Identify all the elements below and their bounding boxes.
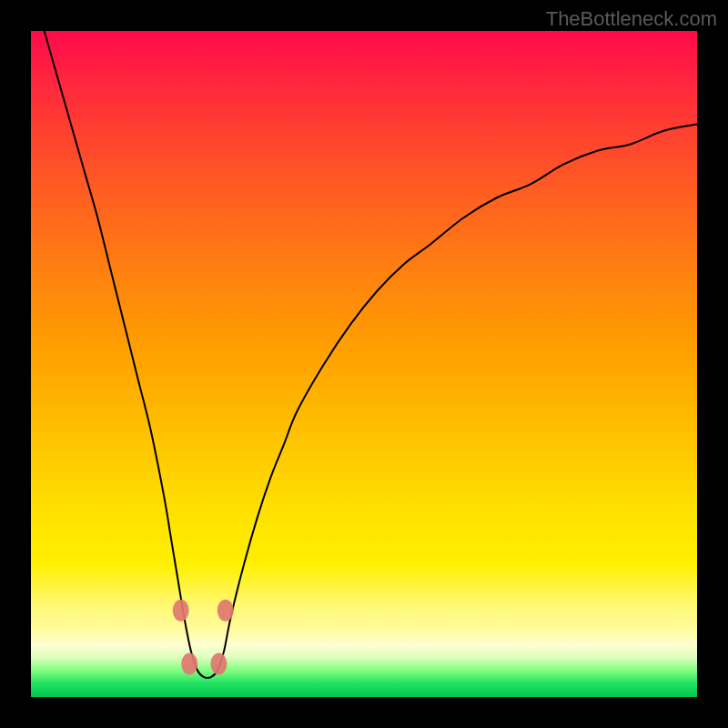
curve-marker <box>173 600 189 622</box>
curve-marker <box>181 652 197 674</box>
watermark-text: TheBottleneck.com <box>546 7 717 31</box>
chart-container <box>31 31 697 697</box>
curve-marker <box>217 600 234 622</box>
curve-markers <box>173 600 234 675</box>
curve-marker <box>210 652 227 674</box>
chart-svg <box>31 31 697 697</box>
bottleneck-curve <box>45 31 697 678</box>
